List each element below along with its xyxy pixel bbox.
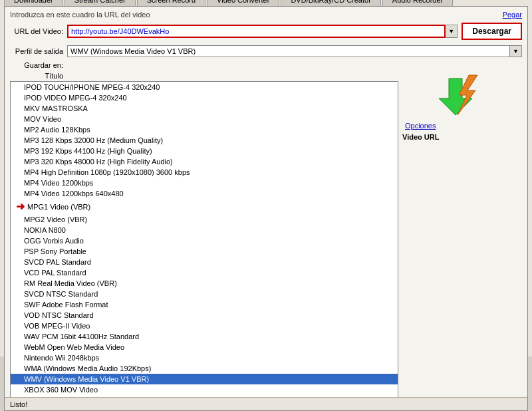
right-columns: Video URL: [402, 133, 522, 141]
content-area: Introduzca en este cuadro la URL del vid…: [4, 6, 528, 411]
list-item[interactable]: WAV PCM 16bit 44100Hz Standard: [11, 331, 398, 342]
list-item[interactable]: MPG2 Video (VBR): [11, 214, 398, 225]
list-item[interactable]: MP3 128 Kbps 32000 Hz (Medium Quality): [11, 135, 398, 146]
status-text: Listo!: [10, 400, 27, 408]
list-item[interactable]: MP4 Video 1200kbps: [11, 178, 398, 188]
list-item[interactable]: MP4 High Definition 1080p (1920x1080) 36…: [11, 167, 398, 178]
list-item[interactable]: IPOD VIDEO MPEG-4 320x240: [11, 92, 398, 103]
video-url-column-header: Video URL: [402, 133, 439, 141]
list-item[interactable]: XBOX 360 MOV Video: [11, 384, 398, 395]
tab-screen-record[interactable]: Screen Record: [137, 0, 205, 6]
instruction-row: Introduzca en este cuadro la URL del vid…: [10, 11, 522, 19]
tab-dvd-creator[interactable]: DVD/BluRay/CD Creator: [281, 0, 380, 6]
title-label: Título: [10, 72, 63, 80]
list-item[interactable]: MP3 192 Kbps 44100 Hz (High Quality): [11, 146, 398, 156]
url-input-container: ▼: [67, 25, 458, 38]
list-item[interactable]: WebM Open Web Media Video: [11, 342, 398, 352]
app-logo: [439, 72, 485, 118]
download-button[interactable]: Descargar: [462, 23, 522, 40]
list-item[interactable]: NOKIA N800: [11, 225, 398, 235]
logo-area: [402, 72, 522, 118]
save-row: Guardar en:: [10, 61, 522, 69]
list-item[interactable]: MP3 320 Kbps 48000 Hz (High Fidelity Aud…: [11, 156, 398, 167]
list-item[interactable]: RM Real Media Video (VBR): [11, 278, 398, 289]
content-split: Título IPOD TOUCH/IPHONE MPEG-4 320x240I…: [10, 72, 522, 406]
list-item[interactable]: VOB MPEG-II Video: [11, 321, 398, 331]
main-container: Downloader Stream Catcher Screen Record …: [0, 0, 532, 356]
tab-audio-recorder[interactable]: Audio Recorder: [382, 0, 453, 6]
status-bar: Listo!: [5, 397, 527, 410]
title-row: Título: [10, 72, 398, 80]
url-input[interactable]: [67, 25, 446, 38]
tab-video-converter[interactable]: Video Converter: [207, 0, 279, 6]
list-item[interactable]: VCD PAL Standard: [11, 267, 398, 278]
list-item[interactable]: OGG Vorbis Audio: [11, 235, 398, 246]
options-row: Opciones: [402, 121, 522, 130]
list-item[interactable]: PSP Sony Portable: [11, 246, 398, 257]
url-dropdown-button[interactable]: ▼: [446, 25, 458, 38]
list-item[interactable]: SVCD PAL Standard: [11, 257, 398, 267]
url-row: URL del Video: ▼ Descargar: [10, 23, 522, 40]
list-item[interactable]: WMV (Windows Media Video V1 VBR): [11, 374, 398, 384]
url-label: URL del Video:: [10, 27, 63, 35]
profile-display[interactable]: WMV (Windows Media Video V1 VBR): [67, 45, 510, 57]
list-item[interactable]: SWF Adobe Flash Format: [11, 299, 398, 310]
paste-link[interactable]: Pegar: [503, 11, 522, 19]
list-item[interactable]: VOD NTSC Standard: [11, 310, 398, 321]
tab-bar: Downloader Stream Catcher Screen Record …: [4, 0, 528, 6]
dropdown-list[interactable]: IPOD TOUCH/IPHONE MPEG-4 320x240IPOD VID…: [10, 81, 398, 406]
list-item[interactable]: MP2 Audio 128Kbps: [11, 124, 398, 135]
left-panel: Título IPOD TOUCH/IPHONE MPEG-4 320x240I…: [10, 72, 398, 406]
profile-label: Perfil de salida: [10, 47, 63, 55]
save-label: Guardar en:: [10, 61, 63, 69]
list-item[interactable]: MP4 Video 1200kbps 640x480: [11, 188, 398, 199]
list-item[interactable]: MOV Video: [11, 114, 398, 124]
list-item[interactable]: IPOD TOUCH/IPHONE MPEG-4 320x240: [11, 82, 398, 92]
list-item[interactable]: WMA (Windows Media Audio 192Kbps): [11, 363, 398, 374]
instruction-text: Introduzca en este cuadro la URL del vid…: [10, 11, 150, 19]
list-item[interactable]: ➜MPG1 Video (VBR): [11, 199, 398, 214]
list-item[interactable]: SVCD NTSC Standard: [11, 289, 398, 299]
options-link[interactable]: Opciones: [405, 122, 436, 130]
tab-downloader[interactable]: Downloader: [4, 0, 63, 6]
profile-dropdown-button[interactable]: ▼: [510, 45, 522, 57]
right-panel: Opciones Video URL: [402, 72, 522, 406]
profile-row: Perfil de salida WMV (Windows Media Vide…: [10, 45, 522, 57]
tab-stream-catcher[interactable]: Stream Catcher: [65, 0, 136, 6]
list-item[interactable]: MKV MASTROSKA: [11, 103, 398, 114]
list-item[interactable]: Nintendo Wii 2048kbps: [11, 352, 398, 363]
profile-select-container: WMV (Windows Media Video V1 VBR) ▼: [67, 45, 522, 57]
